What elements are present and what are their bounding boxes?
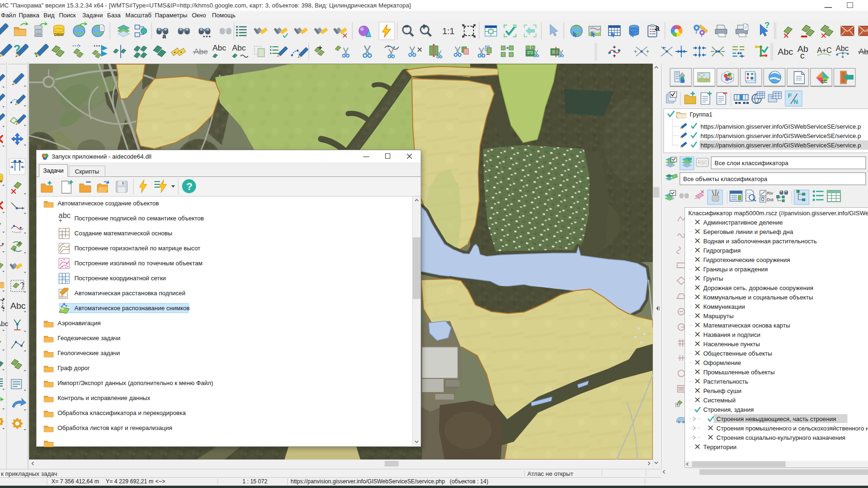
svg-text:Маршруты: Маршруты — [703, 313, 734, 320]
svg-text:Abc: Abc — [836, 44, 849, 52]
svg-text:Строения, здания: Строения, здания — [703, 406, 754, 413]
svg-text:F: F — [788, 92, 792, 99]
svg-text:Общественные объекты: Общественные объекты — [703, 350, 772, 357]
svg-text:Dot: Dot — [767, 197, 774, 202]
svg-text:Abc: Abc — [10, 301, 26, 311]
svg-text:?: ? — [186, 181, 192, 192]
svg-text:https://panvision.gisserver.in: https://panvision.gisserver.info/GISWebS… — [700, 142, 861, 149]
svg-text:Грунты: Грунты — [703, 275, 723, 282]
svg-text:Границы и ограждения: Границы и ограждения — [703, 266, 768, 273]
svg-text:Гидрография: Гидрография — [703, 247, 741, 254]
svg-text:Abc: Abc — [212, 44, 226, 52]
svg-text:Коммунальные и социальные объе: Коммунальные и социальные объекты — [703, 294, 813, 301]
svg-text:Riv: Riv — [767, 191, 773, 196]
svg-text:Рельеф суши: Рельеф суши — [703, 387, 742, 394]
svg-text:a: a — [162, 32, 166, 40]
svg-text:Abc: Abc — [0, 320, 8, 328]
svg-text:Строения невыдающиеся, часть с: Строения невыдающиеся, часть строения — [716, 415, 836, 422]
svg-text:1:1: 1:1 — [442, 26, 454, 36]
svg-text:88: 88 — [63, 277, 65, 279]
svg-text:Промышленные объекты: Промышленные объекты — [703, 369, 775, 376]
svg-text:Строения промышленного и сельс: Строения промышленного и сельскохозяйств… — [716, 425, 868, 432]
svg-text:Системный: Системный — [703, 397, 736, 404]
svg-text:https://panvision.gisserver.in: https://panvision.gisserver.info/GISWebS… — [700, 123, 861, 130]
svg-text:Классификатор map5000m.rscz (/: Классификатор map5000m.rscz (//panvision… — [688, 210, 868, 217]
svg-text:Группа1: Группа1 — [690, 111, 712, 118]
svg-text:Математическая основа карты: Математическая основа карты — [703, 322, 790, 329]
svg-text:A+C: A+C — [817, 46, 832, 54]
svg-text:Населенные пункты: Населенные пункты — [703, 341, 760, 348]
svg-text:Названия и подписи: Названия и подписи — [703, 331, 760, 338]
svg-text:RSC: RSC — [698, 160, 708, 165]
svg-text:Дорожная сеть, дорожные сооруж: Дорожная сеть, дорожные сооружения — [703, 284, 813, 291]
svg-text:N: N — [794, 98, 798, 105]
svg-text:Строения социально-культурного: Строения социально-культурного назначени… — [716, 434, 846, 441]
svg-text:Abc: Abc — [232, 44, 246, 52]
svg-text:Административное деление: Административное деление — [703, 219, 783, 226]
svg-text:Растительность: Растительность — [703, 378, 748, 385]
svg-text:Гидротехнические сооружения: Гидротехнические сооружения — [703, 256, 790, 263]
svg-text:Все слои классификатора: Все слои классификатора — [715, 160, 788, 167]
svg-text:Abc: Abc — [778, 47, 793, 57]
svg-text:Все объекты классификатора: Все объекты классификатора — [683, 175, 767, 182]
svg-text:Водная и заболоченная растител: Водная и заболоченная растительность — [703, 238, 817, 245]
svg-text:Коммуникации: Коммуникации — [703, 303, 745, 310]
svg-text:c: c — [800, 51, 805, 60]
svg-text:Оформление: Оформление — [703, 359, 741, 366]
svg-text:Территории: Территории — [703, 444, 737, 451]
svg-text:88: 88 — [66, 280, 68, 283]
svg-text:https://panvision.gisserver.in: https://panvision.gisserver.info/GISWebS… — [700, 132, 861, 139]
svg-text:Береговые линии и рельеф дна: Береговые линии и рельеф дна — [703, 228, 794, 235]
